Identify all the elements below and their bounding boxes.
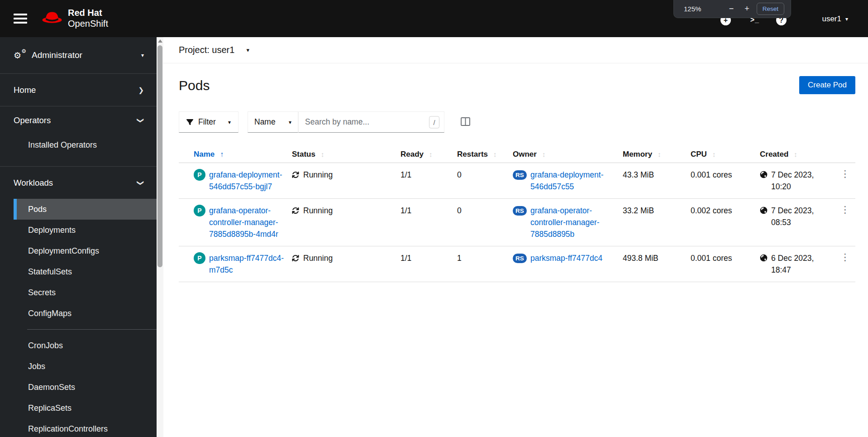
project-selector[interactable]: Project: user1 ▾ [163,37,868,63]
search-type-label: Name [254,117,276,127]
column-header-created[interactable]: Created ↕ [760,150,835,159]
column-header-cpu[interactable]: CPU ↕ [691,150,760,159]
sidebar-item-pods[interactable]: Pods [14,199,157,220]
globe-timestamp-icon [760,254,768,262]
column-header-restarts[interactable]: Restarts ↕ [457,150,513,159]
memory-value: 43.3 MiB [623,169,691,181]
column-header-status[interactable]: Status ↕ [292,150,401,159]
status-text: Running [303,205,333,216]
status-running-sync-icon [292,207,299,214]
sidebar-item-configmaps[interactable]: ConfigMaps [14,303,157,324]
nav-toggle-icon[interactable] [14,14,27,24]
main-content: Project: user1 ▾ Pods Create Pod Filter … [163,37,868,437]
zoom-in-button[interactable]: + [739,4,755,14]
ready-value: 1/1 [401,169,457,181]
replicaset-badge: RS [513,254,527,263]
replicaset-badge: RS [513,206,527,216]
sidebar-item-statefulsets[interactable]: StatefulSets [14,261,157,282]
search-type-dropdown[interactable]: Name ▾ [248,111,298,133]
status-text: Running [303,252,333,264]
sort-both-icon: ↕ [794,150,797,158]
scroll-up-arrow-icon[interactable] [158,39,162,43]
column-header-name[interactable]: Name ↑ [194,150,292,159]
created-timestamp: 7 Dec 2023, 08:53 [771,205,825,228]
sort-both-icon: ↕ [429,150,433,158]
scrollbar-thumb[interactable] [157,45,162,267]
table-row: P grafana-deployment-546dd57c55-bgjl7 Ru… [179,163,855,199]
restarts-value: 0 [457,205,513,216]
sidebar-item-daemonsets[interactable]: DaemonSets [14,377,157,398]
brand-logo[interactable]: Red Hat OpenShift [42,7,108,29]
sidebar-scrollbar[interactable] [157,37,163,437]
create-pod-button[interactable]: Create Pod [799,76,855,94]
search-input[interactable] [299,112,444,132]
cpu-value: 0.001 cores [691,169,760,181]
pod-badge: P [194,252,205,264]
sidebar-item-secrets[interactable]: Secrets [14,282,157,303]
browser-zoom-popup: 125% − + Reset [673,0,791,18]
manage-columns-button[interactable] [459,115,472,129]
pod-name-link[interactable]: grafana-operator-controller-manager-7885… [209,205,291,240]
kebab-menu-icon[interactable]: ⋮ [838,252,853,262]
brand-line1: Red Hat [68,7,108,18]
sidebar-item-jobs[interactable]: Jobs [14,356,157,377]
column-header-memory[interactable]: Memory ↕ [623,150,691,159]
sort-both-icon: ↕ [493,150,497,158]
sidebar-item-home[interactable]: Home ❯ [0,74,157,106]
cogs-icon: ⚙⚙ [14,50,25,61]
sidebar-item-replicasets[interactable]: ReplicaSets [14,398,157,418]
sidebar-nav: ⚙⚙ Administrator ▾ Home ❯ Operators ❯ In… [0,37,157,437]
perspective-switcher[interactable]: ⚙⚙ Administrator ▾ [0,37,157,73]
zoom-out-button[interactable]: − [724,4,739,14]
replicaset-badge: RS [513,170,527,180]
kebab-menu-icon[interactable]: ⋮ [838,205,853,215]
page-title: Pods [179,76,210,95]
status-text: Running [303,169,333,181]
sidebar-section-operators[interactable]: Operators ❯ [0,106,157,134]
caret-down-icon: ▾ [228,120,231,125]
memory-value: 33.2 MiB [623,205,691,216]
chevron-right-icon: ❯ [138,86,144,94]
perspective-label: Administrator [32,50,141,60]
chevron-down-icon: ❯ [137,180,145,186]
status-running-sync-icon [292,171,299,178]
sidebar-item-replicationcontrollers[interactable]: ReplicationControllers [14,418,157,437]
sidebar-item-deploymentconfigs[interactable]: DeploymentConfigs [14,240,157,261]
owner-link[interactable]: grafana-operator-controller-manager-7885… [530,205,617,240]
memory-value: 493.8 MiB [623,252,691,264]
cpu-value: 0.001 cores [691,252,760,264]
cpu-value: 0.002 cores [691,205,760,216]
zoom-level: 125% [684,5,701,13]
caret-down-icon: ▾ [845,16,848,22]
filter-dropdown[interactable]: Filter ▾ [179,111,238,133]
sidebar-section-workloads[interactable]: Workloads ❯ [0,167,157,199]
kebab-menu-icon[interactable]: ⋮ [838,169,853,179]
owner-link[interactable]: grafana-deployment-546dd57c55 [530,169,617,192]
pod-badge: P [194,169,205,181]
ready-value: 1/1 [401,205,457,216]
sidebar-item-deployments[interactable]: Deployments [14,220,157,240]
slash-shortcut-badge: / [429,116,439,128]
columns-icon [461,120,470,127]
caret-down-icon: ▾ [246,47,249,53]
globe-timestamp-icon [760,171,768,178]
pod-name-link[interactable]: grafana-deployment-546dd57c55-bgjl7 [209,169,291,192]
owner-link[interactable]: parksmap-ff7477dc4 [530,252,602,264]
user-menu[interactable]: user1 ▾ [822,14,848,24]
restarts-value: 1 [457,252,513,264]
search-field-wrapper: / [298,111,444,133]
sort-both-icon: ↕ [321,150,324,158]
column-header-owner[interactable]: Owner ↕ [513,150,623,159]
sidebar-item-cronjobs[interactable]: CronJobs [14,335,157,356]
created-timestamp: 6 Dec 2023, 18:47 [771,252,825,276]
restarts-value: 0 [457,169,513,181]
sort-both-icon: ↕ [542,150,546,158]
sort-both-icon: ↕ [712,150,716,158]
sidebar-item-installed-operators[interactable]: Installed Operators [14,134,157,155]
pod-badge: P [194,205,205,216]
column-header-ready[interactable]: Ready ↕ [401,150,457,159]
pod-name-link[interactable]: parksmap-ff7477dc4-m7d5c [209,252,291,276]
ready-value: 1/1 [401,252,457,264]
status-running-sync-icon [292,255,299,262]
zoom-reset-button[interactable]: Reset [757,3,784,15]
